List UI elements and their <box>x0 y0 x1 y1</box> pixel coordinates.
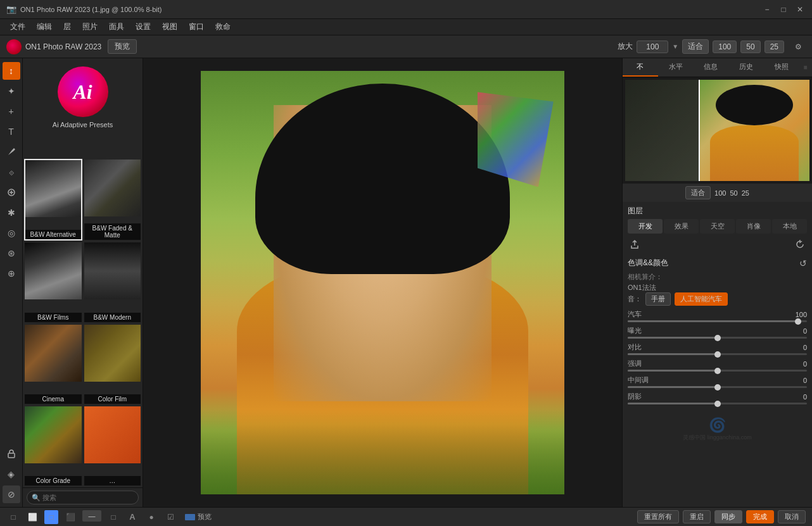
tool-select[interactable]: ↕ <box>3 62 20 80</box>
tool-transform[interactable]: ✦ <box>3 82 20 100</box>
sync-button[interactable]: 同步 <box>714 510 742 523</box>
menu-mask[interactable]: 面具 <box>104 20 129 34</box>
menu-help[interactable]: 救命 <box>210 20 236 34</box>
fit-50-button[interactable]: 50 <box>740 41 760 53</box>
adj-midtones-track[interactable] <box>628 386 807 388</box>
tab-history[interactable]: 历史 <box>728 58 764 77</box>
tool-lasso[interactable]: ⟐ <box>3 163 20 181</box>
zoom-input[interactable] <box>637 41 668 53</box>
bottom-icon-check[interactable]: ☑ <box>163 510 177 524</box>
menu-view[interactable]: 视图 <box>157 20 182 34</box>
bottom-icon-box[interactable]: □ <box>106 510 120 524</box>
restart-button[interactable]: 重启 <box>683 510 711 523</box>
tool-brush[interactable] <box>3 143 20 161</box>
preset-color-film[interactable]: Color Film <box>84 324 142 404</box>
adj-highlights-thumb[interactable] <box>714 368 721 374</box>
preview-val3: 25 <box>742 189 749 197</box>
export-icon[interactable] <box>628 237 642 251</box>
adj-contrast-track[interactable] <box>628 353 807 355</box>
layer-tab-portrait[interactable]: 肖像 <box>736 219 771 234</box>
tool-clone[interactable]: ✱ <box>3 204 20 222</box>
ai-adaptive-presets-item[interactable]: Ai Ai Adaptive Presets <box>24 59 141 158</box>
menu-photo[interactable]: 照片 <box>77 20 103 34</box>
preset-bw-modern[interactable]: B&W Modern <box>84 242 142 322</box>
menu-file[interactable]: 文件 <box>5 20 30 34</box>
fit-100-button[interactable]: 100 <box>713 41 737 53</box>
close-button[interactable]: ✕ <box>794 4 806 15</box>
preset-bw-films[interactable]: B&W Films <box>24 242 82 322</box>
layer-tab-effects[interactable]: 效果 <box>664 219 699 234</box>
adj-highlights-value: 0 <box>803 360 807 368</box>
tool-heal[interactable] <box>3 184 20 201</box>
bottom-icon-3[interactable]: □ <box>44 510 58 524</box>
preview-fit-button[interactable]: 适合 <box>685 186 711 199</box>
adj-shadows-track[interactable] <box>628 403 807 404</box>
bottom-icon-4[interactable]: ⬛ <box>63 510 77 524</box>
app-icon: 📷 <box>6 4 16 14</box>
adj-highlights-fill <box>628 370 718 372</box>
minimize-button[interactable]: − <box>761 4 773 15</box>
layer-tab-sky[interactable]: 天空 <box>700 219 735 234</box>
preview-toggle[interactable]: 预览 <box>182 510 214 524</box>
tool-filter[interactable]: ⊛ <box>3 244 20 262</box>
menu-edit[interactable]: 编辑 <box>32 20 57 34</box>
preset-bw-alternative[interactable]: B&W Alternative <box>24 159 82 241</box>
window-controls[interactable]: − □ ✕ <box>761 4 806 15</box>
tool-lock[interactable] <box>3 445 20 463</box>
tab-info[interactable]: 信息 <box>694 58 729 77</box>
tool-zoom[interactable]: + <box>3 103 20 120</box>
bottom-icon-A[interactable]: A <box>125 510 139 524</box>
layer-tab-develop[interactable]: 开发 <box>628 219 663 234</box>
tone-manual-button[interactable]: 手册 <box>645 292 671 306</box>
tool-adjustment[interactable]: ⊕ <box>3 265 20 282</box>
adj-exposure-thumb[interactable] <box>714 335 721 341</box>
tool-special[interactable]: ⊘ <box>3 485 20 503</box>
preset-cinema[interactable]: Cinema <box>24 324 82 404</box>
adj-midtones-thumb[interactable] <box>714 384 721 391</box>
tone-ai-button[interactable]: 人工智能汽车 <box>675 292 728 306</box>
adj-highlights-track[interactable] <box>628 370 807 372</box>
reset-icon[interactable] <box>793 237 807 251</box>
tool-text[interactable]: T <box>3 123 20 141</box>
bottom-icon-2[interactable]: ⬜ <box>25 510 39 524</box>
preset-color-film-label: Color Film <box>84 394 141 404</box>
preset-color-grade-thumb <box>25 406 82 463</box>
adj-contrast-value: 0 <box>803 344 807 351</box>
fit-button[interactable]: 适合 <box>682 39 709 54</box>
adj-contrast-thumb[interactable] <box>714 351 721 358</box>
menu-window[interactable]: 窗口 <box>184 20 209 34</box>
adj-reset-icon[interactable]: ↺ <box>799 258 807 268</box>
layer-tab-local[interactable]: 本地 <box>772 219 807 234</box>
preset-more[interactable]: … <box>84 406 142 486</box>
adj-auto-track[interactable] <box>628 320 807 322</box>
adj-row-midtones: 中间调 0 <box>628 375 807 388</box>
bottom-icon-1[interactable]: □ <box>6 510 20 524</box>
adj-shadows-thumb[interactable] <box>714 401 721 407</box>
preset-color-grade[interactable]: Color Grade <box>24 406 82 486</box>
adj-auto-thumb[interactable] <box>795 318 801 325</box>
preset-bw-modern-label: B&W Modern <box>84 313 141 322</box>
maximize-button[interactable]: □ <box>778 4 789 15</box>
menu-layer[interactable]: 层 <box>58 20 76 34</box>
done-button[interactable]: 完成 <box>746 510 774 523</box>
menu-settings[interactable]: 设置 <box>130 20 156 34</box>
settings-icon[interactable]: ⚙ <box>790 39 806 54</box>
tab-not[interactable]: 不 <box>623 58 658 77</box>
search-input[interactable] <box>27 491 139 504</box>
bottom-icon-circle[interactable]: ● <box>144 510 158 524</box>
fit-25-button[interactable]: 25 <box>764 41 784 53</box>
preview-button[interactable]: 预览 <box>108 39 137 54</box>
layer-tabs: 开发 效果 天空 肖像 本地 <box>628 219 807 234</box>
right-tab-more[interactable]: ≡ <box>799 58 812 77</box>
tab-horizontal[interactable]: 水平 <box>658 58 694 77</box>
preset-cinema-label: Cinema <box>25 394 82 404</box>
adj-exposure-label: 曝光 <box>628 326 642 335</box>
preset-bw-faded[interactable]: B&W Faded & Matte <box>84 159 142 241</box>
reset-all-button[interactable]: 重置所有 <box>637 510 679 523</box>
tool-fingerprint[interactable]: ◈ <box>3 465 20 483</box>
adj-exposure-track[interactable] <box>628 337 807 339</box>
cancel-button[interactable]: 取消 <box>778 510 806 523</box>
tab-snapshot[interactable]: 快照 <box>764 58 799 77</box>
svg-rect-3 <box>8 453 15 458</box>
tool-gradient[interactable]: ◎ <box>3 224 20 242</box>
